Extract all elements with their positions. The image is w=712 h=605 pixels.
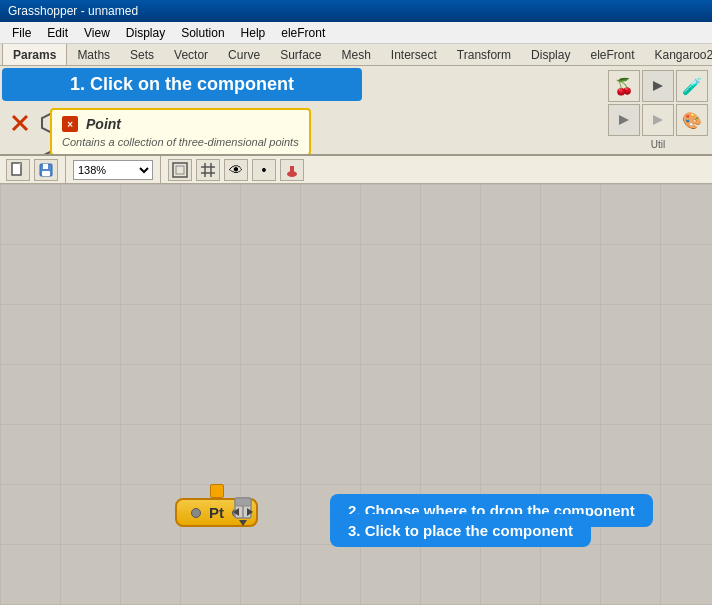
svg-marker-45 <box>239 520 247 526</box>
step3-text: 3. Click to place the component <box>348 522 573 539</box>
menu-elefront[interactable]: eleFront <box>273 24 333 42</box>
toolbar-arrow-icon[interactable] <box>642 70 674 102</box>
grid-btn[interactable] <box>196 159 220 181</box>
tab-maths[interactable]: Maths <box>67 44 120 65</box>
tab-vector[interactable]: Vector <box>164 44 218 65</box>
zoom-select[interactable]: 138% <box>73 160 153 180</box>
step1-overlay: 1. Click on the component <box>2 68 362 101</box>
toolbar-area: 1. Click on the component 🍒 <box>0 66 712 156</box>
tab-curve[interactable]: Curve <box>218 44 270 65</box>
toolbar-paint-icon[interactable]: 🎨 <box>676 104 708 136</box>
right-panel-label: Util <box>608 138 708 151</box>
tab-kangaroo2[interactable]: Kangaroo2 <box>644 44 712 65</box>
tooltip-popup: × Point Contains a collection of three-d… <box>50 108 311 156</box>
svg-rect-35 <box>176 166 184 174</box>
title-bar: Grasshopper - unnamed <box>0 0 712 22</box>
menu-view[interactable]: View <box>76 24 118 42</box>
svg-marker-17 <box>653 115 663 125</box>
tab-bar: Params Maths Sets Vector Curve Surface M… <box>0 44 712 66</box>
toolbar-icon-x[interactable] <box>4 107 36 139</box>
eye-btn[interactable]: 👁 <box>224 159 248 181</box>
save-btn[interactable] <box>34 159 58 181</box>
tab-display[interactable]: Display <box>521 44 580 65</box>
svg-rect-33 <box>42 171 50 176</box>
frame-btn[interactable] <box>168 159 192 181</box>
toolbar-arrow2-icon[interactable] <box>608 104 640 136</box>
tab-sets[interactable]: Sets <box>120 44 164 65</box>
svg-rect-41 <box>290 166 294 174</box>
canvas-toolbar: 138% 👁 • <box>0 156 712 184</box>
new-file-btn[interactable] <box>6 159 30 181</box>
tab-mesh[interactable]: Mesh <box>331 44 380 65</box>
menu-display[interactable]: Display <box>118 24 173 42</box>
dot-btn[interactable]: • <box>252 159 276 181</box>
tab-elefront[interactable]: eleFront <box>580 44 644 65</box>
tab-params[interactable]: Params <box>2 44 67 65</box>
component-label: Pt <box>209 504 224 521</box>
svg-marker-15 <box>653 81 663 91</box>
toolbar-separator <box>65 156 66 184</box>
paint-btn[interactable] <box>280 159 304 181</box>
title-text: Grasshopper - unnamed <box>8 4 138 18</box>
svg-marker-16 <box>619 115 629 125</box>
menu-file[interactable]: File <box>4 24 39 42</box>
svg-rect-32 <box>43 164 48 169</box>
step1-text: 1. Click on the component <box>70 74 294 94</box>
toolbar-flask-icon[interactable]: 🧪 <box>676 70 708 102</box>
menu-bar: File Edit View Display Solution Help ele… <box>0 22 712 44</box>
menu-help[interactable]: Help <box>233 24 274 42</box>
step3-bubble: 3. Click to place the component <box>330 514 591 547</box>
svg-rect-34 <box>173 163 187 177</box>
tab-intersect[interactable]: Intersect <box>381 44 447 65</box>
tooltip-title-text: Point <box>86 116 121 132</box>
svg-marker-19 <box>13 154 27 156</box>
toolbar-separator2 <box>160 156 161 184</box>
tooltip-description: Contains a collection of three-dimension… <box>62 136 299 148</box>
tab-surface[interactable]: Surface <box>270 44 331 65</box>
menu-edit[interactable]: Edit <box>39 24 76 42</box>
svg-rect-43 <box>235 498 251 506</box>
svg-rect-29 <box>12 163 21 175</box>
component-input-port <box>191 508 201 518</box>
component-pin-top <box>210 484 224 498</box>
tooltip-close-btn[interactable]: × <box>62 116 78 132</box>
toolbar-arrow3-icon[interactable] <box>642 104 674 136</box>
toolbar-cherry-icon[interactable]: 🍒 <box>608 70 640 102</box>
menu-solution[interactable]: Solution <box>173 24 232 42</box>
main-canvas[interactable]: 2. Choose where to drop the component 3.… <box>0 184 712 605</box>
drag-cursor-icon <box>225 494 261 536</box>
tab-transform[interactable]: Transform <box>447 44 521 65</box>
toolbar-icon-pencil[interactable] <box>4 145 36 156</box>
